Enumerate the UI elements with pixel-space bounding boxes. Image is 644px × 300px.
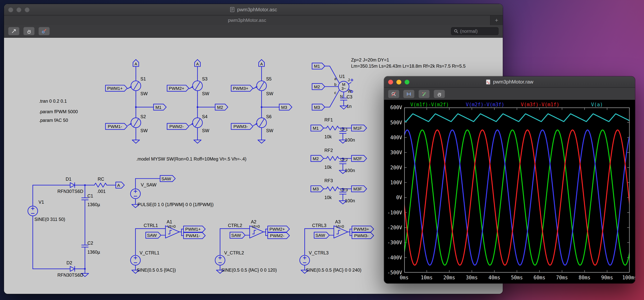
switch-s2[interactable]: S2 SW (128, 113, 148, 133)
flag-pwm1-minus-out[interactable]: PWM1- (184, 233, 206, 239)
ctrl-label: CTRL3 (312, 223, 326, 228)
cap-ref: CF3 (340, 188, 348, 192)
waveform-toolbar (384, 88, 635, 100)
flag-m2-bridge[interactable]: M2 (215, 104, 228, 110)
flag-saw-in-3[interactable]: SAW (314, 232, 329, 238)
trace-legend[interactable]: V(m1f)-V(m2f) (410, 102, 449, 107)
directive-tran[interactable]: .tran 0 0.2 0.1 (39, 99, 67, 104)
ref-label: S6 (266, 114, 272, 119)
ctrl-label: CTRL2 (228, 223, 242, 228)
minimize-button[interactable] (396, 80, 401, 85)
waveform-canvas[interactable] (404, 107, 630, 273)
trace-legend[interactable]: V(m3f)-V(m1f) (521, 102, 559, 107)
trace-legend[interactable]: V(a) (591, 102, 603, 107)
switch-s6[interactable]: S6 SW (254, 113, 274, 133)
flag-saw-in-1[interactable]: SAW (146, 232, 161, 238)
zoom-off-button[interactable] (388, 90, 399, 98)
flag-saw-in-2[interactable]: SAW (230, 232, 245, 238)
directive-model[interactable]: .model MYSW SW(Ron=0.1 Roff=10Meg Vt=.5 … (136, 157, 246, 162)
filter-rf3[interactable]: M3 M3F RF3 10k CF3 100n (311, 178, 367, 203)
flag-bus-a-1[interactable]: A (133, 60, 139, 66)
waveform-titlebar[interactable]: pwm3phMotor.raw (384, 76, 635, 88)
ref-label: RF3 (324, 178, 333, 183)
flag-m1-bridge[interactable]: M1 (154, 104, 166, 110)
probe-tool-button[interactable] (38, 27, 50, 35)
source-vctrl2[interactable]: V_CTRL2 SINE(0.5 0.5 {fAC} 0 0 120) (215, 251, 277, 273)
flag-label: PWM1- (108, 124, 122, 129)
y-tick-label: 500V (384, 120, 402, 125)
model-label: SW (266, 91, 274, 96)
zoom-button[interactable] (25, 7, 30, 12)
flag-pwm3-plus-out[interactable]: PWM3+ (352, 226, 374, 232)
switch-s3[interactable]: S3 SW (189, 76, 210, 96)
source-v1[interactable]: V1 SINE(0 311 50) (28, 200, 65, 222)
x-tick-label: 20ms (443, 275, 455, 281)
zoom-button[interactable] (404, 80, 410, 85)
flag-pwm1-plus[interactable]: PWM1+ (106, 85, 128, 91)
resistor-rc[interactable]: RC .001 (92, 177, 109, 194)
flag-m3-bridge[interactable]: M3 (279, 104, 292, 110)
flag-label: A (260, 62, 263, 66)
pan-tool-button[interactable] (434, 90, 445, 98)
source-vctrl3[interactable]: V_CTRL3 SINE(0.5 0.5 {fAC} 0 0 240) (300, 251, 362, 273)
value-label: 1n (347, 104, 352, 109)
flag-pwm3-plus[interactable]: PWM3+ (231, 85, 253, 91)
flag-pwm2-plus-out[interactable]: PWM2+ (268, 226, 290, 232)
x-tick-label: 40ms (488, 275, 500, 281)
cursor-tool-button[interactable] (8, 27, 19, 35)
flag-label: PWM3+ (354, 227, 369, 232)
y-tick-label: 400V (384, 135, 402, 140)
flag-pwm1-minus[interactable]: PWM1- (106, 123, 128, 129)
motor-params-1[interactable]: Zp=2 J=20m DY=1 (351, 57, 389, 62)
switch-s1[interactable]: S1 SW (128, 76, 148, 96)
source-vsaw[interactable]: V_SAW PULSE(0 1 0 {1/fPWM} 0 0 {1/fPWM}) (130, 182, 214, 207)
ref-label: C3 (347, 94, 352, 99)
flag-label: M1 (314, 64, 320, 69)
flag-bus-a-2[interactable]: A (195, 60, 200, 66)
motor-params-2[interactable]: Lm=350.15m Ls=26.43m Lr=18.8m Rf=2k Rs=7… (351, 64, 466, 69)
flag-pwm2-plus[interactable]: PWM2+ (167, 85, 189, 91)
switch-s5[interactable]: S5 SW (254, 76, 274, 96)
new-tab-button[interactable]: + (490, 15, 503, 25)
source-vctrl1[interactable]: V_CTRL1 SINE(0.5 0.5 {fAC}) (130, 251, 176, 273)
filter-rf2[interactable]: M2 M2F RF2 10k CF2 100n (311, 148, 367, 173)
capacitor-c1[interactable]: C1 1360µ (82, 194, 100, 207)
minimize-button[interactable] (16, 7, 22, 12)
flag-label: SAW (316, 233, 325, 238)
cap-value: 100n (345, 198, 355, 203)
value-label: .001 (97, 189, 106, 194)
value-label: SINE(0.5 0.5 {fAC}) (137, 268, 176, 273)
flag-saw-out[interactable]: SAW (160, 176, 176, 182)
flag-pwm3-minus[interactable]: PWM3- (231, 123, 253, 129)
flag-bus-a-out[interactable]: A (116, 182, 124, 188)
switch-s4[interactable]: S4 SW (189, 113, 210, 133)
flag-label: SAW (162, 176, 171, 181)
filter-rf1[interactable]: M1 M1F RF1 10k CF1 100n (311, 117, 367, 143)
search-icon (454, 29, 458, 33)
directive-param-fpwm[interactable]: .param fPWM 5000 (39, 109, 78, 114)
model-label: SW (140, 91, 148, 96)
capacitor-c2[interactable]: C2 1360µ (82, 241, 100, 255)
close-button[interactable] (8, 7, 13, 12)
ref-label: RF1 (324, 117, 333, 122)
flag-pwm2-minus-out[interactable]: PWM2- (268, 233, 290, 239)
pan-tool-button[interactable] (24, 27, 34, 35)
measure-button[interactable] (403, 90, 414, 98)
schematic-titlebar[interactable]: pwm3phMotor.asc (4, 4, 502, 15)
y-tick-label: -500V (384, 270, 402, 276)
tab-pwm3phmotor[interactable]: pwm3phMotor.asc (4, 15, 490, 25)
x-tick-label: 90ms (601, 275, 613, 281)
tab-bar: pwm3phMotor.asc + (4, 15, 502, 25)
flag-pwm3-minus-out[interactable]: PWM3- (352, 233, 374, 239)
y-tick-label: 100V (384, 180, 402, 185)
search-field[interactable]: (normal) (451, 27, 498, 35)
flag-pwm2-minus[interactable]: PWM2- (167, 123, 189, 129)
ref-label: RF2 (324, 148, 333, 153)
waveform-plot-area[interactable]: V(m1f)-V(m2f) V(m2f)-V(m3f) V(m3f)-V(m1f… (384, 100, 635, 283)
flag-bus-a-3[interactable]: A (259, 60, 264, 66)
step-axis-button[interactable] (418, 90, 430, 98)
trace-legend[interactable]: V(m2f)-V(m3f) (466, 102, 504, 107)
close-button[interactable] (388, 80, 393, 85)
flag-pwm1-plus-out[interactable]: PWM1+ (184, 226, 206, 232)
directive-param-fac[interactable]: .param fAC 50 (39, 118, 68, 123)
